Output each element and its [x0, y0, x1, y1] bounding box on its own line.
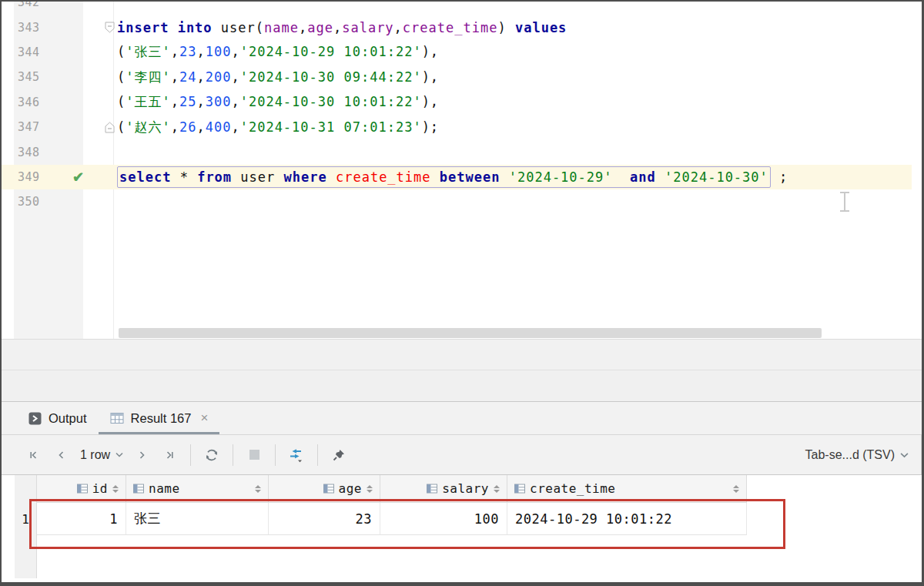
previous-page-button[interactable] [52, 444, 72, 467]
chevron-down-icon [900, 452, 909, 458]
code-token: '李四' [126, 69, 170, 85]
code-token: , [333, 20, 342, 35]
code-token: 400 [206, 119, 232, 135]
column-header-id[interactable]: id [37, 475, 126, 503]
row-number[interactable]: 1 [15, 503, 36, 535]
line-number: 350 [2, 195, 83, 209]
code-token: user( [213, 20, 264, 35]
sort-icon[interactable] [733, 485, 739, 493]
sort-icon[interactable] [367, 485, 373, 493]
code-line-348[interactable]: 348 [2, 139, 912, 164]
code-token: ; [771, 169, 788, 185]
code-line-345[interactable]: 345('李四',24,200,'2024-10-30 09:44:22'), [2, 65, 912, 89]
code-token: ) [497, 20, 514, 35]
sort-icon[interactable] [255, 485, 261, 493]
code-token: , [171, 44, 179, 59]
column-header-create_time[interactable]: create_time [507, 475, 747, 503]
sql-editor[interactable]: 342343insert into user(name,age,salary,c… [2, 2, 922, 339]
code-token: 24 [179, 69, 196, 85]
code-text: insert into user(name,age,salary,create_… [117, 20, 567, 35]
code-token: '2024-10-31 07:01:23' [240, 119, 422, 135]
line-number: 343 [2, 21, 83, 35]
row-count-dropdown[interactable]: 1 row [80, 448, 123, 462]
row-header-column: 1 [15, 475, 37, 578]
tab-label: Result 167 [131, 411, 192, 426]
toolbar-separator [275, 444, 276, 466]
code-token: age [307, 20, 333, 35]
code-token: 26 [179, 119, 196, 135]
code-text: ('李四',24,200,'2024-10-30 09:44:22'), [117, 69, 439, 86]
next-page-button[interactable] [132, 444, 152, 467]
cell-name[interactable]: 张三 [126, 503, 269, 535]
compare-data-icon[interactable] [286, 444, 306, 467]
grid-header-row: idnameagesalarycreate_time [37, 475, 747, 503]
column-header-salary[interactable]: salary [380, 475, 507, 503]
table-icon [110, 412, 124, 424]
code-line-342[interactable]: 342 [2, 2, 912, 15]
stop-icon [244, 444, 264, 467]
column-icon [323, 484, 334, 494]
code-token: , [231, 44, 239, 59]
column-header-age[interactable]: age [269, 475, 380, 503]
column-header-name[interactable]: name [126, 475, 269, 503]
code-token: , [196, 69, 205, 85]
code-token: ); [422, 119, 439, 135]
code-token: , [231, 94, 239, 109]
code-line-347[interactable]: 347('赵六',26,400,'2024-10-31 07:01:23'); [2, 115, 912, 139]
last-page-button[interactable] [159, 444, 179, 467]
close-icon[interactable]: × [200, 410, 208, 426]
code-text: select * from user where create_time bet… [117, 169, 788, 185]
terminal-icon [28, 412, 42, 425]
code-token: '2024-10-30 10:01:22' [240, 94, 422, 109]
code-token: and [630, 169, 656, 185]
code-line-349[interactable]: 349✔select * from user where create_time… [2, 165, 912, 189]
grid-corner-cell[interactable] [15, 475, 36, 503]
export-format-label: Tab-se...d (TSV) [805, 448, 895, 462]
line-number: 346 [2, 95, 83, 109]
code-line-346[interactable]: 346('王五',25,300,'2024-10-30 10:01:22'), [2, 90, 912, 115]
code-token: , [231, 119, 239, 135]
code-token: , [171, 119, 179, 135]
panel-splitter[interactable] [2, 370, 922, 401]
code-token: 300 [206, 94, 232, 109]
column-icon [427, 484, 437, 494]
column-header-label: name [149, 481, 180, 496]
code-token: values [515, 20, 567, 35]
cell-age[interactable]: 23 [269, 503, 380, 535]
cell-create_time[interactable]: 2024-10-29 10:01:22 [507, 503, 747, 535]
code-token [500, 169, 508, 185]
code-token: name [264, 20, 299, 35]
executed-statement-selection: select * from user where create_time bet… [117, 166, 771, 188]
tab-output[interactable]: Output [17, 402, 99, 434]
cell-salary[interactable]: 100 [380, 503, 507, 535]
code-token: 100 [206, 44, 232, 59]
code-token [327, 169, 336, 185]
tab-result-167[interactable]: Result 167× [99, 402, 220, 434]
statement-success-check-icon: ✔ [72, 169, 84, 186]
line-number: 347 [2, 120, 83, 134]
export-format-dropdown[interactable]: Tab-se...d (TSV) [805, 448, 909, 462]
code-token: 23 [179, 44, 196, 59]
cell-id[interactable]: 1 [37, 503, 126, 535]
sort-icon[interactable] [494, 485, 500, 493]
code-token: , [299, 20, 307, 35]
refresh-icon[interactable] [202, 444, 222, 467]
sort-icon[interactable] [112, 485, 119, 493]
horizontal-scrollbar[interactable] [119, 328, 822, 338]
pin-icon[interactable] [329, 444, 349, 467]
column-icon [133, 484, 144, 494]
fold-marker-icon[interactable] [83, 22, 117, 33]
code-text: ('王五',25,300,'2024-10-30 10:01:22'), [117, 93, 439, 111]
code-token: '2024-10-30' [665, 169, 768, 185]
first-page-button[interactable] [24, 444, 44, 467]
code-token: salary [342, 20, 393, 35]
column-header-label: salary [442, 481, 489, 496]
code-token: , [231, 69, 239, 85]
code-token: 200 [206, 69, 232, 85]
code-line-350[interactable]: 350 [2, 189, 912, 214]
table-row[interactable]: 1张三231002024-10-29 10:01:22 [37, 503, 747, 535]
code-token: from [197, 169, 232, 185]
code-line-343[interactable]: 343insert into user(name,age,salary,crea… [2, 15, 912, 39]
fold-marker-icon[interactable] [83, 122, 117, 133]
code-line-344[interactable]: 344('张三',23,100,'2024-10-29 10:01:22'), [2, 40, 912, 65]
